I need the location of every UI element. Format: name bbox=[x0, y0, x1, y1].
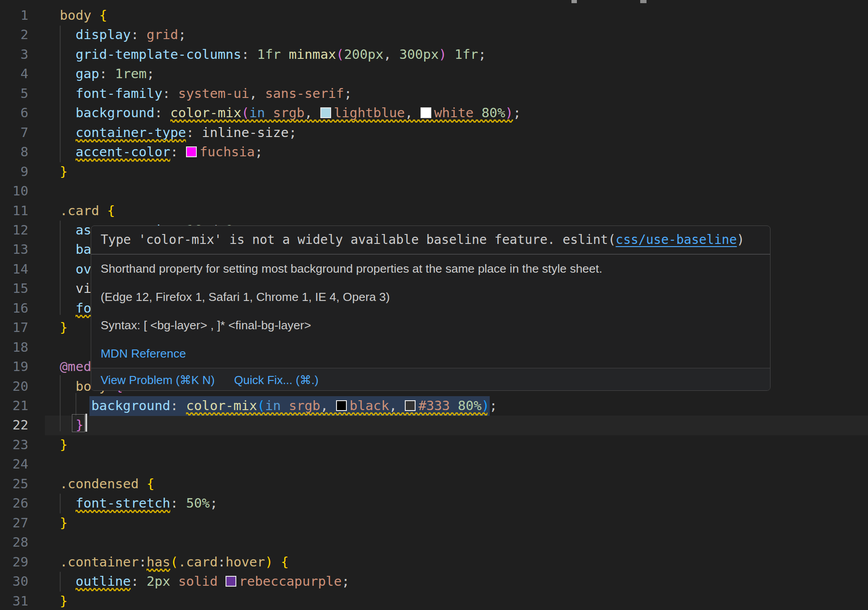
line-number: 13 bbox=[0, 240, 28, 259]
token: ) bbox=[482, 398, 490, 413]
token: : bbox=[131, 27, 146, 42]
token bbox=[60, 125, 75, 140]
token bbox=[60, 86, 75, 101]
token: inline-size bbox=[202, 125, 288, 140]
problem-message: Type 'color-mix' is not a widely availab… bbox=[91, 226, 770, 254]
code-line[interactable]: } bbox=[60, 592, 68, 610]
token: ; bbox=[342, 574, 350, 589]
token: : bbox=[99, 66, 115, 81]
token: font-stretch bbox=[75, 495, 170, 511]
line-number: 10 bbox=[0, 181, 28, 201]
token: minmax bbox=[289, 47, 336, 62]
mdn-reference-link[interactable]: MDN Reference bbox=[101, 347, 186, 360]
line-number: 7 bbox=[0, 123, 28, 142]
token: ( bbox=[336, 47, 344, 62]
line-number: 6 bbox=[0, 103, 28, 123]
warning-squiggle bbox=[186, 412, 487, 416]
token bbox=[170, 574, 178, 589]
line-number: 9 bbox=[0, 162, 28, 181]
color-swatch[interactable] bbox=[421, 107, 431, 118]
token: : bbox=[131, 574, 146, 589]
token: .card bbox=[178, 554, 218, 570]
warning-squiggle bbox=[75, 139, 186, 142]
line-number: 8 bbox=[0, 142, 28, 162]
token: in bbox=[265, 398, 281, 413]
code-line[interactable]: gap: 1rem; bbox=[60, 64, 155, 84]
token: 80% bbox=[458, 398, 482, 413]
quick-fix-button[interactable]: Quick Fix... (⌘.) bbox=[234, 373, 319, 387]
token bbox=[60, 27, 75, 42]
code-line[interactable]: ba bbox=[60, 240, 91, 259]
token: : bbox=[170, 144, 186, 159]
token bbox=[281, 47, 289, 62]
token: .condensed bbox=[60, 476, 139, 491]
code-editor: 1234567891011121314151617181920212223242… bbox=[0, 0, 868, 610]
line-number: 26 bbox=[0, 494, 28, 513]
color-swatch[interactable] bbox=[405, 400, 416, 411]
code-line[interactable]: .condensed { bbox=[60, 474, 155, 494]
token: fo bbox=[75, 301, 91, 316]
token: } bbox=[60, 164, 68, 179]
line-number: 29 bbox=[0, 553, 28, 572]
color-swatch[interactable] bbox=[226, 576, 236, 587]
code-line[interactable]: } bbox=[60, 435, 68, 455]
line-number: 2 bbox=[0, 25, 28, 44]
token: ; bbox=[344, 86, 352, 101]
line-number: 1 bbox=[0, 6, 28, 25]
token bbox=[265, 105, 273, 120]
code-line[interactable]: body { bbox=[60, 6, 107, 25]
tooltip-actions: View Problem (⌘K N) Quick Fix... (⌘.) bbox=[91, 368, 770, 391]
token: color-mix bbox=[186, 398, 257, 413]
token: : bbox=[139, 554, 147, 570]
token: } bbox=[60, 437, 68, 452]
token: ; bbox=[478, 47, 486, 62]
problem-text-suffix: ) bbox=[737, 232, 744, 247]
line-number: 22 bbox=[0, 416, 28, 435]
token: solid bbox=[178, 574, 218, 589]
line-number: 4 bbox=[0, 64, 28, 84]
doc-syntax: Syntax: [ <bg-layer> , ]* <final-bg-laye… bbox=[91, 311, 770, 340]
line-number: 25 bbox=[0, 474, 28, 494]
token: font-family bbox=[75, 86, 162, 101]
token: 200px bbox=[344, 47, 384, 62]
code-line[interactable]: } bbox=[60, 513, 68, 533]
token bbox=[60, 301, 75, 316]
token bbox=[139, 476, 147, 491]
view-problem-button[interactable]: View Problem (⌘K N) bbox=[101, 373, 215, 387]
line-number: 19 bbox=[0, 357, 28, 376]
code-line[interactable]: vi bbox=[60, 279, 91, 298]
token bbox=[60, 574, 75, 589]
token: ; bbox=[178, 27, 186, 42]
token bbox=[447, 47, 455, 62]
warning-squiggle bbox=[170, 119, 513, 123]
token: srgb bbox=[273, 105, 305, 120]
token: lightblue bbox=[334, 105, 405, 120]
code-line[interactable]: font-family: system-ui, sans-serif; bbox=[60, 84, 352, 103]
code-line[interactable]: .card { bbox=[60, 201, 115, 221]
doc-browser-support: (Edge 12, Firefox 1, Safari 1, Chrome 1,… bbox=[91, 283, 770, 311]
color-swatch[interactable] bbox=[186, 146, 197, 157]
code-line[interactable]: .container:has(.card:hover) { bbox=[60, 553, 289, 572]
token: ; bbox=[289, 125, 297, 140]
line-number: 24 bbox=[0, 455, 28, 474]
token bbox=[474, 105, 482, 120]
token: 1rem bbox=[115, 66, 146, 81]
mdn-reference-row: MDN Reference bbox=[91, 340, 770, 368]
token bbox=[450, 398, 458, 413]
code-line[interactable]: display: grid; bbox=[60, 25, 186, 44]
code-line[interactable]: } bbox=[60, 162, 68, 181]
token: outline bbox=[75, 574, 131, 589]
hover-tooltip: Type 'color-mix' is not a widely availab… bbox=[91, 225, 771, 391]
token: display bbox=[75, 27, 131, 42]
color-swatch[interactable] bbox=[336, 400, 347, 411]
token: .container bbox=[60, 554, 139, 570]
token: ( bbox=[170, 554, 178, 570]
eslint-rule-link[interactable]: css/use-baseline bbox=[616, 232, 737, 247]
code-line[interactable]: ov bbox=[60, 260, 91, 279]
code-line[interactable]: grid-template-columns: 1fr minmax(200px,… bbox=[60, 45, 486, 64]
token: in bbox=[249, 105, 265, 120]
token: ; bbox=[255, 144, 263, 159]
code-line[interactable]: } bbox=[60, 318, 68, 337]
color-swatch[interactable] bbox=[320, 107, 331, 118]
token: : bbox=[241, 47, 257, 62]
